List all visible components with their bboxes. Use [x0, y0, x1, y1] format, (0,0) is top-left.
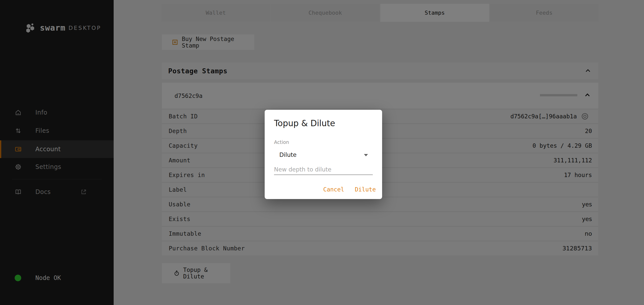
modal-title: Topup & Dilute — [274, 118, 373, 128]
action-label: Action — [274, 139, 373, 145]
chevron-down-icon — [364, 154, 368, 156]
cancel-button[interactable]: Cancel — [323, 185, 345, 194]
action-select-value: Dilute — [279, 151, 296, 158]
app-window: swarm DESKTOP Info Files Account — [0, 0, 644, 305]
new-depth-input[interactable] — [274, 166, 373, 175]
action-select[interactable]: Dilute — [274, 150, 373, 159]
modal-actions: Cancel Dilute — [274, 185, 376, 194]
dilute-button[interactable]: Dilute — [354, 185, 376, 194]
topup-dilute-modal: Topup & Dilute Action Dilute Cancel Dilu… — [265, 110, 382, 199]
